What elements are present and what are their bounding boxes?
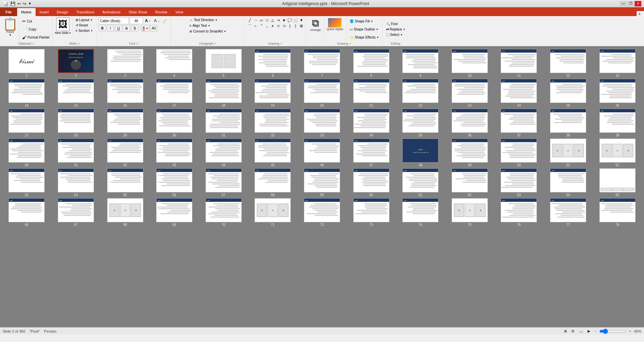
bold-button[interactable]: B [99,25,106,32]
reading-view-button[interactable]: 📖 [578,329,584,334]
font-color-button[interactable]: A ▼ [141,25,150,32]
shape-triangle[interactable]: △ [270,17,276,23]
slide-thumb-35[interactable]: عنوان 35 [397,109,445,137]
paste-dropdown[interactable]: ▼ [9,34,12,37]
italic-button[interactable]: I [107,25,114,32]
zoom-out-button[interactable]: － [594,329,597,334]
ribbon-minimize-icon[interactable]: ▲ [637,11,643,16]
slide-thumb-47[interactable]: عنوان 47 [347,138,395,167]
slide-thumb-26[interactable]: عنوان 26 [593,79,641,107]
slide-thumb-57[interactable]: عنوان 57 [199,168,247,197]
strikethrough-button[interactable]: S [123,25,130,32]
slide-thumb-77[interactable]: عنوان 77 [544,198,592,227]
slide-thumb-45[interactable]: عنوان 45 [249,138,297,167]
slide-thumb-38[interactable]: عنوان 38 [544,109,592,137]
underline-button[interactable]: U [115,25,122,32]
slides-expand[interactable]: ↗ [78,42,80,45]
slide-thumb-74[interactable]: عنوان 74 [397,198,445,227]
shape-rtarrow[interactable]: ⇒ [275,17,281,23]
slide-thumb-66[interactable]: عنوان 66 [3,198,51,227]
tab-review[interactable]: Review [151,8,171,16]
slide-thumb-73[interactable]: عنوان 73 [347,198,395,227]
shadow-button[interactable]: S [131,25,138,32]
slide-thumb-59[interactable]: عنوان 59 [298,168,346,197]
shape-outline-button[interactable]: ▭ Shape Outline ▼ [348,27,380,32]
slide-thumb-62[interactable]: عنوان 62 [446,168,494,197]
shape-9[interactable]: { [287,23,293,28]
new-slide-dropdown[interactable]: ▼ [69,32,71,34]
clipboard-expand[interactable]: ↗ [32,42,34,45]
slide-thumb-46[interactable]: عنوان 46 [298,138,346,167]
text-direction-button[interactable]: ↔ Text Direction ▼ [188,17,219,22]
slide-thumb-11[interactable]: عنوان 11 [495,49,543,77]
slide-thumb-7[interactable]: عنوان 7 [298,49,346,77]
close-button[interactable]: ✕ [635,1,641,6]
shape-rect[interactable]: ▭ [258,17,264,23]
select-button[interactable]: ⬚ Select ▼ [385,32,404,37]
shape-flowchart[interactable]: ⬜ [292,17,298,23]
font-name-input[interactable] [99,17,129,24]
slide-thumb-53[interactable]: عنوان 53 [3,168,51,197]
slide-thumb-44[interactable]: عنوان 44 [199,138,247,167]
slide-thumb-34[interactable]: عنوان 34 [347,109,395,137]
shape-line[interactable]: ╱ [247,17,253,23]
font-expand[interactable]: ↗ [136,42,138,45]
slide-thumb-40[interactable]: عنوان 40 [3,138,51,167]
minimize-button[interactable]: — [620,1,627,6]
drawing-expand[interactable]: ↗ [280,42,282,45]
quick-access-undo[interactable]: ↩ [17,1,21,6]
slide-thumb-75[interactable]: ⊟ ⊡ ⊞ 75 [446,198,494,227]
slide-thumb-67[interactable]: عنوان 67 [52,198,100,227]
slide-thumb-60[interactable]: عنوان 60 [347,168,395,197]
tab-slideshow[interactable]: Slide Show [125,8,151,16]
find-button[interactable]: 🔍 Find [385,21,399,26]
slide-thumb-32[interactable]: عنوان 32 [249,109,297,137]
slide-sorter-button[interactable]: ⊟ [570,329,576,334]
tab-animations[interactable]: Animations [98,8,125,16]
slide-thumb-61[interactable]: عنوان 61 [397,168,445,197]
shape-oval[interactable]: ⬭ [264,17,270,23]
arrange-button[interactable]: ⧉ Arrange [308,17,323,41]
slide-thumb-17[interactable]: عنوان 17 [150,79,198,107]
slide-thumb-33[interactable]: عنوان 33 [298,109,346,137]
shape-8[interactable]: ⊃ [281,23,287,28]
slide-thumb-56[interactable]: عنوان 56 [150,168,198,197]
slide-thumb-72[interactable]: عنوان 72 [298,198,346,227]
slide-thumb-37[interactable]: عنوان 37 [495,109,543,137]
slide-thumb-39[interactable]: عنوان 39 [593,109,641,137]
slide-thumb-30[interactable]: عنوان 30 [150,109,198,137]
quick-access-save[interactable]: 💾 [10,1,15,6]
tab-view[interactable]: View [171,8,187,16]
shape-star[interactable]: ★ [281,17,287,23]
slide-thumb-41[interactable]: عنوان 41 [52,138,100,167]
slide-thumb-42[interactable]: عنوان 42 [101,138,149,167]
slide-thumb-55[interactable]: عنوان 55 [101,168,149,197]
shape-more[interactable]: ▼ [298,17,304,23]
quick-access-redo[interactable]: ↪ [23,1,26,6]
tab-design[interactable]: Design [53,8,72,16]
zoom-in-button[interactable]: ＋ [628,329,632,334]
reset-button[interactable]: ↺ Reset [74,23,94,28]
slide-thumb-65[interactable]: 65 [593,168,641,197]
shape-4[interactable]: ⌝ [258,23,264,28]
shape-3[interactable]: ⌐ [252,23,259,28]
slide-thumb-50[interactable]: عنوان 50 [495,138,543,167]
increase-font-button[interactable]: A↑ [144,18,152,24]
format-painter-button[interactable]: 🖌 Format Painter [21,34,51,41]
slide-thumb-27[interactable]: عنوان 27 [3,109,51,137]
slide-thumb-54[interactable]: عنوان 54 [52,168,100,197]
shape-effects-button[interactable]: ✨ Shape Effects ▼ [348,35,380,40]
slide-thumb-1[interactable]: 𝒷𝒾𝓈𝓂𝒾1 [3,49,51,77]
shape-6[interactable]: ∧ [270,23,276,28]
slide-thumb-63[interactable]: عنوان 63 [495,168,543,197]
quick-styles-button[interactable]: Quick Styles [324,17,345,41]
slide-thumb-6[interactable]: عنوان 6 [249,49,297,77]
tab-insert[interactable]: Insert [36,8,53,16]
slide-thumb-20[interactable]: عنوان 20 [298,79,346,107]
slide-thumb-24[interactable]: عنوان 24 [495,79,543,107]
shape-callout[interactable]: 💬 [287,17,293,23]
slide-thumb-70[interactable]: عنوان 70 [199,198,247,227]
cut-button[interactable]: ✂ Cut [21,18,51,24]
shape-7[interactable]: ⊂ [275,23,281,28]
slide-thumb-43[interactable]: عنوان 43 [150,138,198,167]
